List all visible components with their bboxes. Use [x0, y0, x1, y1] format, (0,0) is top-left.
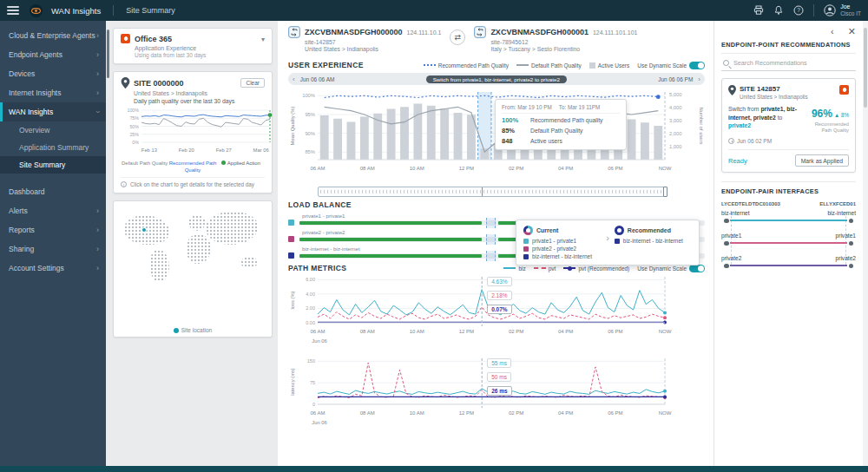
recommendation-card[interactable]: SITE 142857 United States > Indianapolis… [721, 78, 856, 173]
sidebar-item-alerts[interactable]: Alerts› [0, 201, 106, 220]
time-nav-prev-icon[interactable]: ‹ [293, 75, 295, 83]
endpoint-pair-header: ZXCVBNMASDFGH000000 124.111.10.1 site-14… [288, 26, 705, 56]
sidebar-item-site-summary[interactable]: Site Summary [0, 156, 106, 174]
interface-chip-icon [615, 239, 620, 244]
user-menu[interactable]: Joe Cisco IT [824, 3, 861, 17]
application-filter-card[interactable]: ▾ Office 365 Application Experience Usin… [113, 28, 273, 64]
legend-default-path-quality[interactable]: Default Path Quality [121, 161, 168, 174]
sidebar-item-sharing[interactable]: Sharing› [0, 239, 106, 259]
vertical-scrollbar[interactable] [863, 21, 868, 466]
search-icon [723, 60, 729, 66]
recommended-column: Recommended biz-internet - biz-internet [615, 226, 692, 259]
legend-pvt[interactable]: pvt [534, 266, 556, 272]
scrubber-handle-icon[interactable] [663, 187, 667, 197]
interfaces-col-a: LYCEDTELDTDC010303 [721, 201, 780, 206]
sidebar-item-wan-insights[interactable]: WAN Insights› [0, 102, 106, 121]
clear-site-button[interactable]: Clear [240, 78, 265, 88]
svg-text:08 AM: 08 AM [360, 329, 375, 334]
site-location-dot-icon [174, 328, 179, 333]
sidebar-item-internet-insights[interactable]: Internet Insights› [0, 83, 106, 102]
legend-applied-action[interactable]: Applied Action [217, 161, 265, 174]
loss-chart[interactable]: 0.002.004.006.00loss (%)06 AM08 AM10 AM1… [288, 272, 705, 354]
search-input[interactable] [733, 59, 838, 67]
legend-default-path-quality[interactable]: Default Path Quality [516, 62, 582, 69]
legend-recommended-path-quality[interactable]: Recommended Path Quality [424, 62, 509, 69]
daily-path-quality-chart[interactable]: 100%75%50%25%0%Feb 13Feb 20Feb 27Mar 06 [121, 106, 265, 160]
site-location-dot[interactable] [141, 227, 147, 233]
sidebar-item-dashboard[interactable]: Dashboard [0, 182, 106, 201]
interface-link-line [730, 220, 847, 221]
chevron-right-icon: › [96, 50, 99, 59]
site-location: United States > Indianapolis [134, 90, 265, 96]
svg-text:02 PM: 02 PM [509, 166, 523, 171]
dynamic-scale-toggle[interactable] [689, 62, 705, 69]
chevron-right-icon: › [96, 245, 99, 253]
sidebar-item-endpoint-agents[interactable]: Endpoint Agents› [0, 45, 106, 64]
interface-row[interactable]: private2private2 [721, 255, 856, 266]
svg-text:4.00: 4.00 [306, 292, 315, 297]
svg-text:NOW: NOW [659, 329, 672, 334]
svg-text:0%: 0% [132, 140, 139, 145]
interface-row[interactable]: private1private1 [721, 233, 856, 244]
chart-tooltip: From: Mar 19 10 PM To: Mar 19 11PM 100%R… [495, 99, 627, 150]
sidebar-item-cloud-enterprise-agents[interactable]: Cloud & Enterprise Agents› [0, 26, 106, 45]
cursor-value-label: 26 ms [487, 386, 511, 396]
print-icon[interactable] [753, 5, 764, 16]
info-icon: i [121, 181, 127, 187]
svg-text:02 PM: 02 PM [509, 329, 523, 334]
scrollbar-thumb[interactable] [864, 28, 867, 108]
sidebar-item-account-settings[interactable]: Account Settings› [0, 259, 106, 278]
latency-chart[interactable]: 075150latency (ms)06 AM08 AM10 AM12 PM02… [288, 354, 705, 434]
panel-scrollbar[interactable] [107, 30, 109, 78]
time-nav-next-icon[interactable]: › [698, 75, 700, 83]
svg-text:2.00: 2.00 [306, 305, 315, 311]
recommended-action-pill[interactable]: Switch from private1, biz-internet, priv… [426, 75, 567, 83]
svg-text:04 PM: 04 PM [558, 166, 573, 171]
mark-as-applied-button[interactable]: Mark as Applied [795, 154, 849, 167]
legend-active-users[interactable]: Active Users [589, 62, 629, 69]
search-recommendations[interactable] [721, 54, 856, 71]
status-badge: Ready [728, 157, 747, 165]
svg-text:06 PM: 06 PM [608, 410, 622, 416]
chart-hint: i Click on the chart to get details for … [121, 177, 265, 187]
svg-text:95%: 95% [305, 112, 315, 117]
user-experience-chart[interactable]: 85%90%95%100%1,0002,0003,0004,0005,000Me… [288, 85, 705, 186]
legend-pvt-recommended[interactable]: pvt (Recommended) [563, 266, 629, 272]
swap-endpoints-button[interactable]: ⇄ [450, 30, 465, 45]
site-chart-subtitle: Daily path quality over the last 30 days [134, 98, 265, 104]
legend-biz[interactable]: biz [503, 266, 525, 272]
sidebar-item-overview[interactable]: Overview [0, 121, 106, 139]
time-range-scrubber[interactable] [318, 187, 667, 197]
cursor-value-label: 55 ms [487, 358, 511, 368]
line-swatch-icon [516, 64, 529, 66]
svg-text:06 PM: 06 PM [608, 329, 622, 334]
svg-text:1,000: 1,000 [669, 144, 682, 149]
clock-icon [728, 138, 734, 144]
load-balance-chart[interactable]: private1 - private1private2 - private2bi… [288, 213, 705, 259]
site-location-map[interactable]: Site location [113, 200, 273, 338]
recommendation-action: Switch from private1, biz-internet, priv… [728, 105, 799, 134]
svg-text:06 PM: 06 PM [608, 166, 622, 171]
chevron-down-icon[interactable]: ▾ [261, 36, 265, 43]
map-legend: Site location [114, 327, 272, 333]
svg-text:75%: 75% [129, 115, 139, 121]
collapse-panel-icon[interactable]: ‹ [831, 26, 834, 37]
close-icon[interactable]: ✕ [848, 26, 856, 37]
legend-recommended-path-quality[interactable]: Recommended Path Quality [169, 161, 217, 174]
svg-text:08 AM: 08 AM [360, 166, 375, 171]
chevron-right-icon: › [96, 69, 99, 78]
thousandeyes-logo-icon[interactable] [30, 4, 43, 17]
sidebar-item-devices[interactable]: Devices› [0, 64, 106, 83]
endpoint-b-site: site-78945612 [490, 39, 637, 45]
interface-row[interactable]: biz-internetbiz-internet [721, 210, 856, 221]
sidebar-item-application-summary[interactable]: Application Summary [0, 139, 106, 156]
hamburger-menu-icon[interactable] [7, 6, 19, 15]
svg-text:02 PM: 02 PM [509, 410, 523, 416]
path-metrics-title: PATH METRICS [288, 264, 346, 272]
sidebar-item-reports[interactable]: Reports› [0, 220, 106, 239]
notifications-bell-icon[interactable] [773, 5, 784, 16]
load-balance-title: LOAD BALANCE [288, 200, 352, 209]
svg-text:12 PM: 12 PM [459, 166, 474, 171]
help-icon[interactable]: ? [793, 5, 804, 16]
breadcrumb-page: Site Summary [126, 6, 175, 15]
